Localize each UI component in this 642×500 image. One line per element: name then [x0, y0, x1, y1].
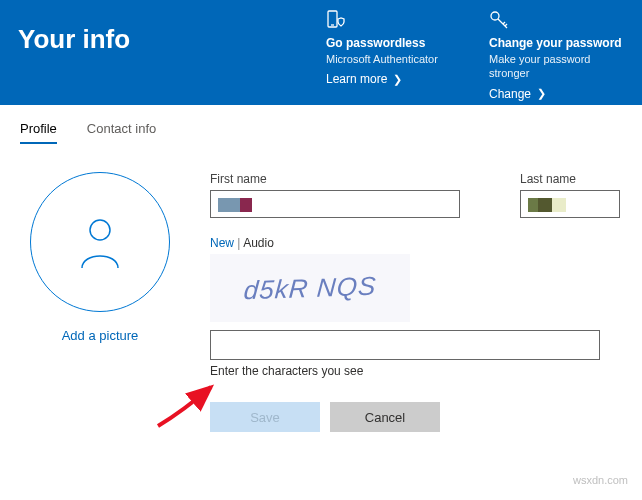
chevron-right-icon: ❯: [393, 73, 402, 86]
card-passwordless: Go passwordless Microsoft Authenticator …: [326, 10, 461, 105]
svg-line-3: [498, 19, 507, 28]
svg-point-6: [90, 220, 110, 240]
passwordless-link[interactable]: Learn more ❯: [326, 72, 402, 86]
page-title: Your info: [18, 10, 326, 105]
chevron-right-icon: ❯: [537, 87, 546, 100]
header: Your info Go passwordless Microsoft Auth…: [0, 0, 642, 105]
watermark: wsxdn.com: [573, 474, 628, 486]
redacted-value: [218, 198, 455, 212]
passwordless-sub: Microsoft Authenticator: [326, 52, 461, 66]
changepw-title: Change your password: [489, 36, 624, 50]
last-name-label: Last name: [520, 172, 620, 186]
tab-contact-info[interactable]: Contact info: [87, 121, 156, 144]
card-change-password: Change your password Make your password …: [489, 10, 624, 105]
first-name-input[interactable]: [210, 190, 460, 218]
save-button[interactable]: Save: [210, 402, 320, 432]
last-name-input[interactable]: [520, 190, 620, 218]
passwordless-link-label: Learn more: [326, 72, 387, 86]
add-picture-link[interactable]: Add a picture: [20, 328, 180, 343]
captcha-instruction: Enter the characters you see: [210, 364, 622, 378]
redacted-value: [528, 198, 615, 212]
tab-profile[interactable]: Profile: [20, 121, 57, 144]
captcha-image: d5kR NQS: [210, 254, 410, 322]
svg-line-5: [505, 24, 507, 26]
captcha-audio-link[interactable]: Audio: [243, 236, 274, 250]
svg-point-2: [491, 12, 499, 20]
changepw-link-label: Change: [489, 87, 531, 101]
passwordless-title: Go passwordless: [326, 36, 461, 50]
key-icon: [489, 10, 624, 30]
first-name-label: First name: [210, 172, 460, 186]
tabs: Profile Contact info: [0, 105, 642, 152]
captcha-input[interactable]: [210, 330, 600, 360]
captcha-new-link[interactable]: New: [210, 236, 234, 250]
changepw-sub: Make your password stronger: [489, 52, 624, 81]
cancel-button[interactable]: Cancel: [330, 402, 440, 432]
phone-shield-icon: [326, 10, 461, 30]
svg-line-4: [503, 22, 505, 24]
person-icon: [76, 214, 124, 270]
captcha-text: d5kR NQS: [243, 273, 377, 304]
avatar-placeholder[interactable]: [30, 172, 170, 312]
captcha-controls: New | Audio: [210, 236, 622, 250]
changepw-link[interactable]: Change ❯: [489, 87, 546, 101]
